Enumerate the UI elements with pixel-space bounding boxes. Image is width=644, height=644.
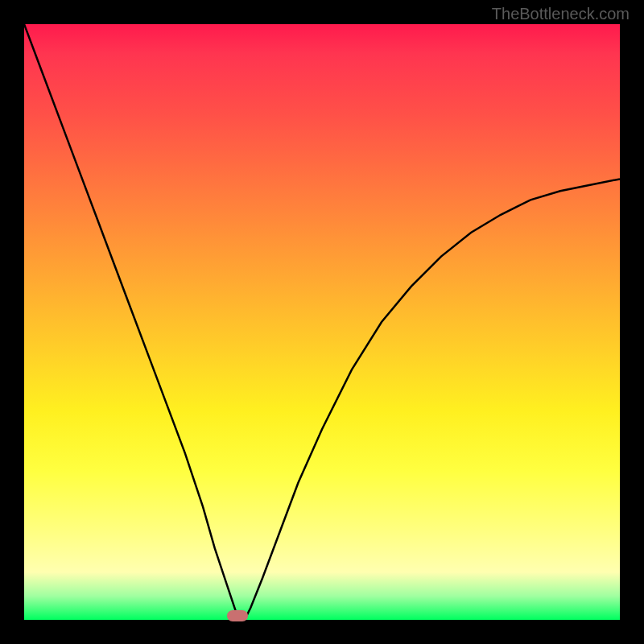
- chart-curves: [24, 24, 620, 620]
- right-curve-line: [245, 179, 620, 620]
- minimum-marker: [227, 610, 248, 621]
- watermark-text: TheBottleneck.com: [492, 5, 630, 23]
- chart-plot-area: [24, 24, 620, 620]
- left-curve-line: [24, 24, 238, 620]
